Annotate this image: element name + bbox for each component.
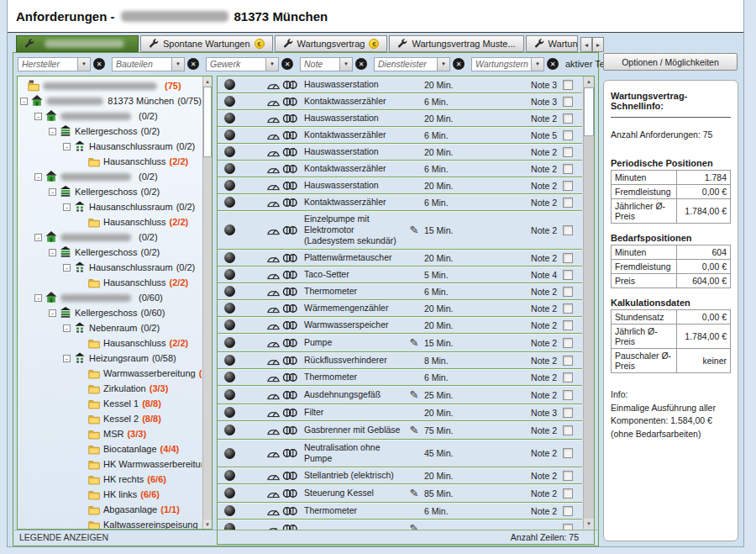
pencil-icon[interactable]: ✎ — [404, 388, 424, 401]
list-row-thermometer[interactable]: Thermometer6 Min.Note 2 — [218, 503, 582, 520]
clear-filter-icon[interactable]: ✕ — [547, 58, 559, 70]
row-checkbox[interactable] — [563, 338, 573, 348]
tree-node-redacted[interactable]: -(0/2) — [19, 108, 202, 124]
filter-input-dienstleister[interactable]: Dienstleister — [374, 57, 438, 71]
tree-node-kellergeschoss[interactable]: -Kellergeschoss(0/2) — [19, 124, 202, 139]
tab-wartungsvertrag[interactable]: Wartungsvertrag — [526, 35, 578, 52]
dropdown-arrow-icon[interactable]: ▼ — [266, 57, 279, 71]
row-checkbox[interactable] — [563, 147, 573, 157]
tree-node-hausanschlussraum[interactable]: -Hausanschlussraum(0/2) — [19, 199, 202, 214]
list-row-filter[interactable]: Filter20 Min.Note 3 — [218, 404, 582, 421]
tab-wartungsvertrag-muste[interactable]: Wartungsvertrag Muste... — [389, 35, 523, 52]
row-checkbox[interactable] — [563, 225, 573, 235]
row-checkbox[interactable] — [563, 488, 573, 499]
filter-input-note[interactable]: Note — [300, 57, 340, 71]
scrollbar-thumb[interactable] — [584, 87, 594, 136]
expander-icon[interactable]: - — [49, 249, 56, 256]
expander-icon[interactable]: - — [34, 113, 42, 120]
dropdown-arrow-icon[interactable]: ▼ — [340, 57, 353, 71]
expander-icon[interactable]: - — [63, 324, 71, 332]
row-checkbox[interactable] — [563, 448, 573, 458]
tree-node-kaltwassereinspeisung[interactable]: Kaltwassereinspeisung(1/1) — [19, 517, 202, 530]
tree-node-warmwasserbereitung[interactable]: Warmwasserbereitung(6/6) — [19, 366, 202, 381]
tree-node-hausanschluss[interactable]: Hausanschluss(2/2) — [19, 154, 202, 169]
list-row-kontaktwasserz-hler[interactable]: Kontaktwasserzähler6 Min.Note 3 — [218, 93, 582, 110]
list-row-pumpe[interactable]: Pumpe✎15 Min.Note 2 — [218, 334, 582, 352]
row-checkbox[interactable] — [563, 130, 573, 140]
row-checkbox[interactable] — [563, 287, 573, 297]
filter-input-bauteilen[interactable]: Bauteilen — [112, 57, 172, 71]
list-row-plattenw-rmetauscher[interactable]: Plattenwärmetauscher20 Min.Note 2 — [218, 250, 582, 266]
tree-node-kellergeschoss[interactable]: -Kellergeschoss(0/2) — [19, 184, 202, 199]
expander-icon[interactable]: - — [49, 128, 56, 135]
list-scrollbar[interactable]: ▲ ▼ — [583, 77, 594, 529]
tree-node-heizungsraum[interactable]: -Heizungsraum(0/58) — [19, 351, 202, 366]
row-checkbox[interactable] — [563, 356, 573, 366]
list-row-kontaktwasserz-hler[interactable]: Kontaktwasserzähler6 Min.Note 2 — [218, 194, 582, 211]
tree-node-kessel-1[interactable]: Kessel 1(8/8) — [19, 396, 202, 411]
row-checkbox[interactable] — [563, 181, 573, 191]
row-checkbox[interactable] — [563, 390, 573, 400]
expander-icon[interactable]: - — [34, 294, 42, 302]
scroll-down-icon[interactable]: ▼ — [203, 520, 212, 529]
tree-node-81373-m-nchen[interactable]: -81373 München(0/75) — [19, 93, 202, 108]
row-checkbox[interactable] — [563, 164, 573, 174]
tree-node-hk-warmwasserbereitung[interactable]: HK Warmwasserbereitung(8/8) — [19, 456, 202, 472]
row-checkbox[interactable] — [563, 408, 573, 418]
list-row-w-rmemengenz-hler[interactable]: Wärmemengenzähler20 Min.Note 2 — [218, 300, 582, 317]
row-checkbox[interactable] — [563, 506, 573, 516]
expander-icon[interactable]: - — [20, 98, 28, 105]
clear-filter-icon[interactable]: ✕ — [355, 58, 367, 70]
expander-icon[interactable]: - — [63, 264, 71, 272]
dropdown-arrow-icon[interactable]: ▼ — [172, 57, 185, 71]
tree-node-redacted[interactable]: -(0/2) — [19, 169, 202, 184]
row-checkbox[interactable] — [563, 425, 573, 435]
scroll-up-icon[interactable]: ▲ — [584, 77, 594, 87]
list-row-hauswasserstation[interactable]: Hauswasserstation20 Min.Note 2 — [218, 110, 582, 127]
scroll-down-icon[interactable]: ▼ — [584, 519, 594, 529]
expander-icon[interactable]: - — [63, 355, 71, 362]
row-checkbox[interactable] — [563, 113, 573, 124]
tab-scroll-right-icon[interactable]: ▸ — [592, 37, 604, 52]
tree-node-msr[interactable]: MSR(3/3) — [19, 426, 202, 441]
tree-node-hausanschlussraum[interactable]: -Hausanschlussraum(0/2) — [19, 139, 202, 154]
row-checkbox[interactable] — [563, 198, 573, 208]
list-row-hauswasserstation[interactable]: Hauswasserstation20 Min.Note 2 — [218, 144, 582, 161]
tab-building-redacted[interactable] — [16, 35, 139, 52]
tree-node-hausanschluss[interactable]: Hausanschluss(2/2) — [19, 214, 202, 230]
list-row[interactable]: ✎ — [218, 520, 582, 530]
tree-node-hk-links[interactable]: HK links(6/6) — [19, 487, 202, 502]
row-checkbox[interactable] — [563, 97, 573, 107]
filter-input-wartungstern[interactable]: Wartungstern — [471, 57, 532, 71]
list-row-gasbrenner-mit-gebl-se[interactable]: Gasbrenner mit Gebläse✎75 Min.Note 2 — [218, 421, 582, 440]
pencil-icon[interactable]: ✎ — [404, 224, 424, 236]
expander-icon[interactable]: - — [63, 203, 71, 211]
list-row-taco-setter[interactable]: Taco-Setter5 Min.Note 4 — [218, 266, 582, 283]
row-checkbox[interactable] — [563, 270, 573, 280]
tree-node-nebenraum[interactable]: -Nebenraum(0/2) — [19, 320, 202, 335]
tree-node-kessel-2[interactable]: Kessel 2(8/8) — [19, 411, 202, 426]
row-checkbox[interactable] — [563, 372, 573, 383]
dropdown-arrow-icon[interactable]: ▼ — [78, 57, 91, 71]
list-row-warmwasserspeicher[interactable]: Warmwasserspeicher20 Min.Note 2 — [218, 317, 582, 334]
pencil-icon[interactable]: ✎ — [404, 522, 424, 530]
list-row-kontaktwasserz-hler[interactable]: Kontaktwasserzähler6 Min.Note 2 — [218, 161, 582, 177]
tree-node-redacted[interactable]: -(0/2) — [19, 230, 202, 245]
tree-node-abgasanlage[interactable]: Abgasanlage(1/1) — [19, 502, 202, 517]
dropdown-arrow-icon[interactable]: ▼ — [532, 57, 544, 71]
row-checkbox[interactable] — [563, 471, 573, 481]
expander-icon[interactable]: - — [49, 309, 56, 317]
tab-spontane-wartungen[interactable]: Spontane Wartungen€ — [140, 35, 273, 52]
list-row-ausdehnungsgef[interactable]: Ausdehnungsgefäß✎25 Min.Note 2 — [218, 386, 582, 404]
options-button[interactable]: Optionen / Möglichkeiten — [603, 53, 738, 71]
filter-input-hersteller[interactable]: Hersteller — [18, 57, 78, 71]
tree-node-redacted[interactable]: -(0/60) — [19, 290, 202, 305]
list-row-r-ckflussverhinderer[interactable]: Rückflussverhinderer8 Min.Note 2 — [218, 352, 582, 369]
pencil-icon[interactable]: ✎ — [404, 336, 424, 349]
list-row-thermometer[interactable]: Thermometer6 Min.Note 2 — [218, 369, 582, 386]
filter-input-gewerk[interactable]: Gewerk — [206, 57, 266, 71]
clear-filter-icon[interactable]: ✕ — [187, 58, 199, 70]
tree-node-kellergeschoss[interactable]: -Kellergeschoss(0/2) — [19, 245, 202, 260]
row-checkbox[interactable] — [563, 80, 573, 90]
pencil-icon[interactable]: ✎ — [404, 487, 424, 499]
